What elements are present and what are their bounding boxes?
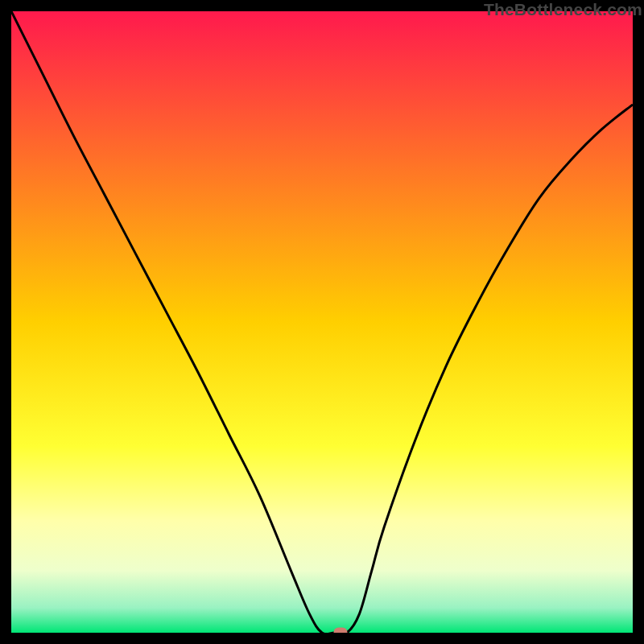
chart-container: TheBottleneck.com <box>0 0 644 644</box>
watermark-text: TheBottleneck.com <box>484 0 642 19</box>
chart-background-gradient <box>11 11 633 633</box>
svg-rect-0 <box>11 11 633 633</box>
optimal-point-marker <box>334 628 348 634</box>
plot-area <box>11 11 633 633</box>
